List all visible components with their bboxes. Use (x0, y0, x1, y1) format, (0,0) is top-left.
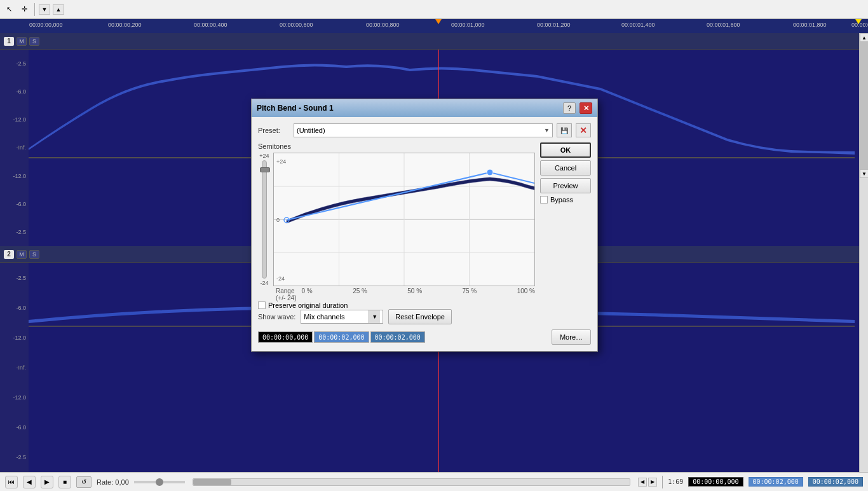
spacer (258, 287, 273, 301)
time-display: 1:69 (668, 478, 683, 485)
x-label-0: 0 % (302, 287, 313, 301)
rate-slider[interactable] (134, 481, 185, 483)
preset-delete-button[interactable]: ✕ (576, 123, 591, 137)
time-stamps: 00:00:00,000 00:00:02,000 00:00:02,000 (258, 331, 425, 343)
track-2-labels: -2.5 -6.0 -12.0 -Inf. -12.0 -6.0 -2.5 (0, 263, 29, 472)
svg-text:-24: -24 (276, 275, 285, 282)
timestamp-2: 00:00:02,000 (314, 331, 369, 343)
horizontal-scrollbar[interactable] (193, 478, 630, 486)
back-btn[interactable]: ◀ (23, 476, 36, 488)
reset-envelope-button[interactable]: Reset Envelope (388, 309, 452, 324)
vertical-scrollbar[interactable]: ▲ ▼ (859, 33, 868, 472)
preserve-row: Preserve original duration (258, 301, 535, 309)
cancel-button[interactable]: Cancel (540, 160, 591, 176)
ruler-tick-6: 00:00:01,200 (537, 22, 571, 28)
x-label-3: 75 % (462, 287, 477, 301)
more-button[interactable]: More… (552, 329, 591, 345)
ruler-tick-3: 00:00:00,600 (280, 22, 313, 28)
wave-combo-arrow: ▼ (369, 310, 380, 323)
semitones-label: Semitones (258, 142, 535, 150)
time-box-1: 00:00:00,000 (688, 477, 743, 487)
x-label-4: 100 % (517, 287, 535, 301)
minus24-label: -24 (260, 280, 268, 286)
status-bar: ⏮ ◀ ▶ ■ ↺ Rate: 0,00 ◀ ▶ 1:69 00:00:00,0… (0, 472, 868, 491)
track-1-mute[interactable]: M (17, 37, 27, 46)
dialog-titlebar: Pitch Bend - Sound 1 ? ✕ (252, 99, 597, 117)
toolbar-cursor[interactable]: ✛ (18, 3, 31, 16)
ruler-tick-5: 00:00:01,000 (451, 22, 485, 28)
envelope-chart[interactable]: +24 0 -24 (273, 153, 535, 286)
top-toolbar: ↖ ✛ ▼ ▲ (0, 0, 868, 19)
stop-btn[interactable]: ■ (58, 476, 71, 488)
svg-point-13 (487, 169, 493, 176)
main-content: Semitones +24 -24 (258, 142, 591, 324)
bypass-label: Bypass (550, 196, 573, 204)
scroll-down-btn[interactable]: ▼ (860, 169, 868, 178)
ruler-tick-1: 00:00:00,200 (108, 22, 142, 28)
preset-combo[interactable]: (Untitled) ▼ (294, 123, 553, 137)
track-1-badge: 1 (4, 37, 14, 46)
divider (662, 476, 663, 488)
help-button[interactable]: ? (563, 102, 576, 114)
rewind-btn[interactable]: ⏮ (5, 476, 18, 488)
close-button[interactable]: ✕ (580, 102, 592, 114)
ruler-tick-0: 00:00:00,000 (29, 22, 63, 28)
track-expand-btn[interactable]: ▲ (53, 4, 64, 15)
vertical-slider-thumb[interactable] (260, 167, 270, 172)
plus24-label: +24 (259, 153, 269, 159)
x-axis-labels: 0 % 25 % 50 % 75 % 100 % (299, 287, 535, 301)
dialog-body: Preset: (Untitled) ▼ 💾 ✕ Semitones (252, 117, 597, 351)
timeline-ruler: 00:00:00,000 00:00:00,200 00:00:00,400 0… (0, 19, 868, 33)
buttons-column: OK Cancel Preview Bypass (540, 142, 591, 324)
svg-text:0: 0 (276, 217, 280, 223)
envelope-svg: +24 0 -24 (274, 153, 534, 286)
wave-combo[interactable]: Mix channels ▼ (301, 310, 383, 324)
scroll-thumb[interactable] (860, 42, 868, 169)
show-wave-label: Show wave: (258, 313, 295, 321)
track-2-solo[interactable]: S (29, 250, 39, 259)
preset-value: (Untitled) (297, 127, 325, 134)
preset-save-button[interactable]: 💾 (557, 123, 572, 137)
ok-button[interactable]: OK (540, 142, 591, 158)
preview-button[interactable]: Preview (540, 178, 591, 193)
envelope-chart-wrapper: +24 -24 (258, 153, 535, 286)
scroll-up-btn[interactable]: ▲ (860, 33, 868, 42)
preset-label: Preset: (258, 127, 290, 134)
scroll-arrows: ◀ ▶ (638, 478, 657, 487)
marker-1 (435, 19, 442, 24)
scroll-left-btn[interactable]: ◀ (638, 478, 647, 487)
track-2-mute[interactable]: M (17, 250, 27, 259)
svg-point-12 (284, 218, 289, 223)
pitch-bend-dialog[interactable]: Pitch Bend - Sound 1 ? ✕ Preset: (Untitl… (251, 99, 598, 352)
track-1-solo[interactable]: S (29, 37, 39, 46)
toolbar-arrow[interactable]: ↖ (3, 3, 15, 16)
preset-arrow-icon: ▼ (544, 127, 550, 134)
range-label: Range (+/- 24) (276, 287, 297, 301)
track-1-labels: -2.5 -6.0 -12.0 -Inf. -12.0 -6.0 -2.5 (0, 50, 29, 246)
track-1-header: 1 M S (0, 33, 859, 50)
vertical-slider-track[interactable] (262, 160, 267, 279)
bypass-row: Bypass (540, 196, 591, 204)
timestamp-3: 00:00:02,000 (370, 331, 425, 343)
timestamp-1: 00:00:00,000 (258, 331, 313, 343)
x-label-2: 50 % (407, 287, 422, 301)
bypass-checkbox[interactable] (540, 196, 548, 204)
rate-slider-thumb[interactable] (156, 478, 163, 486)
chart-bottom: Range (+/- 24) 0 % 25 % 50 % 75 % 100 % (258, 287, 535, 301)
time-box-3: 00:00:02,000 (808, 477, 863, 487)
ruler-tick-10: 00:00:02 (851, 22, 868, 28)
loop-btn[interactable]: ↺ (76, 476, 92, 488)
ruler-tick-8: 00:00:01,600 (707, 22, 740, 28)
ruler-tick-9: 00:00:01,800 (793, 22, 827, 28)
preserve-checkbox[interactable] (258, 301, 266, 309)
ruler-tick-4: 00:00:00,800 (366, 22, 400, 28)
track-2-badge: 2 (4, 250, 14, 259)
semitones-slider: +24 -24 (258, 153, 271, 286)
show-wave-row: Show wave: Mix channels ▼ Reset Envelope (258, 309, 535, 324)
envelope-section: Semitones +24 -24 (258, 142, 535, 324)
scroll-right-btn[interactable]: ▶ (648, 478, 657, 487)
h-scroll-thumb[interactable] (193, 479, 231, 485)
play-btn[interactable]: ▶ (41, 476, 53, 488)
track-collapse-btn[interactable]: ▼ (39, 4, 50, 15)
preset-row: Preset: (Untitled) ▼ 💾 ✕ (258, 123, 591, 137)
